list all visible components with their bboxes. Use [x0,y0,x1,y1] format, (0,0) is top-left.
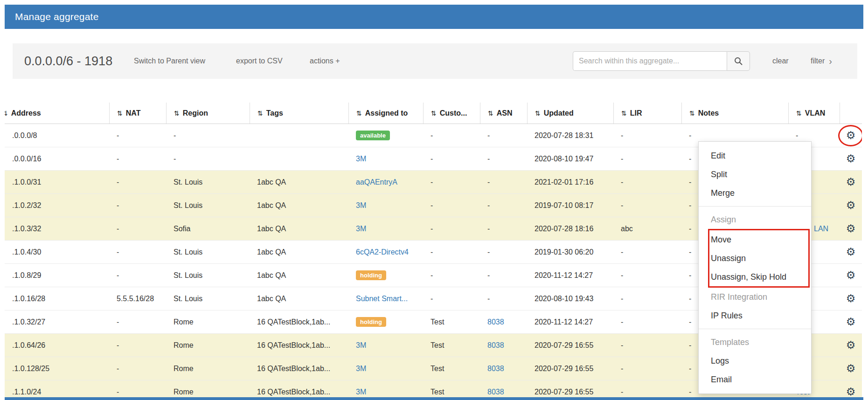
cell-updated: 2020-07-29 16:55 [527,341,613,350]
cell-region: - [166,155,250,163]
clear-button[interactable]: clear [772,57,789,65]
cell-updated: 2020-07-29 16:55 [527,388,613,396]
cell-nat: 5.5.5.16/28 [109,295,166,303]
cell-nat: - [109,388,166,396]
cell-address: .1.0.64/26 [5,341,109,350]
column-header-assigned-to[interactable]: ⇅Assigned to [348,103,423,124]
gear-icon[interactable]: ⚙ [846,293,856,304]
cell-assigned-to: 3M [348,365,423,373]
menu-item-unassign[interactable]: Unassign [709,249,808,268]
column-header-notes[interactable]: ⇅Notes [681,103,788,124]
cell-tags: 1abc QA [250,295,348,303]
cell-link[interactable]: 3M [356,388,366,396]
gear-icon[interactable]: ⚙ [846,317,856,327]
titlebar: Manage aggregate [5,5,863,29]
cell-lir: - [613,271,681,280]
cell-asn: - [480,131,527,140]
cell-vlan: - [788,131,840,140]
column-label: Region [183,109,208,117]
cell-asn: - [480,248,527,256]
menu-item-templates: Templates [699,333,811,352]
cell-link[interactable]: 3M [356,155,366,163]
menu-item-ip-rules[interactable]: IP Rules [699,306,811,325]
cell-link[interactable]: 8038 [487,365,504,372]
cell-link[interactable]: 6cQA2-Directv4 [356,248,409,256]
column-header-nat[interactable]: ⇅NAT [109,103,166,124]
cell-assigned-to: 3M [348,201,423,210]
menu-item-rir-integration: RIR Integration [699,288,811,306]
gear-icon[interactable]: ⚙ [846,223,856,234]
column-label: ASN [497,109,513,117]
cell-assigned-to: 3M [348,225,423,233]
cell-link[interactable]: 8038 [487,318,504,326]
column-label: VLAN [805,109,826,117]
cell-link[interactable]: 3M [356,341,366,349]
gear-icon[interactable]: ⚙ [846,340,856,351]
gear-icon[interactable]: ⚙ [846,386,856,397]
bottom-border [5,397,863,400]
cell-tags: 1abc QA [250,201,348,210]
gear-icon[interactable]: ⚙ [846,177,856,187]
cell-custo: - [423,295,480,303]
cell-region: Rome [166,341,250,350]
column-label: NAT [126,109,141,117]
cell-link[interactable]: LAN [814,225,828,233]
cell-assigned-to: holding [348,317,423,327]
column-label: Notes [698,109,719,117]
cell-custo: - [423,271,480,280]
menu-item-unassign-skip-hold[interactable]: Unassign, Skip Hold [709,268,808,286]
status-badge-holding: holding [356,317,386,327]
column-header-region[interactable]: ⇅Region [166,103,250,124]
column-header-custo[interactable]: ⇅Custo... [423,103,480,124]
column-header-vlan[interactable]: ⇅VLAN [788,103,840,124]
cell-region: St. Louis [166,248,250,256]
cell-updated: 2020-07-28 18:31 [527,131,613,140]
column-header-actions [840,103,862,124]
cell-link[interactable]: aaQAEntryA [356,178,397,186]
export-to-csv-link[interactable]: export to CSV [236,57,283,65]
search-input[interactable] [573,51,727,71]
sort-icon: ⇅ [356,110,362,117]
gear-icon[interactable]: ⚙ [846,270,856,281]
cell-notes: - [681,131,788,140]
gear-icon[interactable]: ⚙ [846,247,856,257]
cell-link[interactable]: 8038 [487,341,504,349]
gear-icon[interactable]: ⚙ [846,363,856,374]
sort-icon: ⇅ [431,110,437,117]
menu-item-split[interactable]: Split [699,165,811,184]
gear-icon[interactable]: ⚙ [846,130,856,141]
cell-custo: - [423,155,480,163]
row-actions-cell: ⚙ [840,293,862,304]
cell-region: St. Louis [166,178,250,186]
cell-lir: - [613,388,681,396]
page: Manage aggregate 0.0.0.0/6 - 1918 Switch… [0,0,868,400]
cell-link[interactable]: 3M [356,225,366,233]
row-actions-cell: ⚙ [840,200,862,211]
filter-button[interactable]: filter› [811,56,832,66]
gear-icon[interactable]: ⚙ [846,153,856,164]
cell-address: .1.0.8/29 [5,271,109,280]
gear-icon[interactable]: ⚙ [846,200,856,211]
search-button[interactable] [727,51,750,71]
cell-link[interactable]: 3M [356,365,366,372]
column-header-lir[interactable]: ⇅LIR [613,103,681,124]
menu-item-edit[interactable]: Edit [699,146,811,165]
column-header-updated[interactable]: ⇅Updated [527,103,613,124]
cell-link[interactable]: 8038 [487,388,504,396]
cell-lir: - [613,318,681,326]
actions-menu-button[interactable]: actions + [310,57,340,65]
menu-item-merge[interactable]: Merge [699,184,811,202]
cell-link[interactable]: Subnet Smart... [356,295,408,303]
cell-asn: - [480,201,527,210]
cell-address: .1.0.3/32 [5,225,109,233]
menu-item-email[interactable]: Email [699,370,811,389]
column-header-tags[interactable]: ⇅Tags [250,103,348,124]
row-actions-cell: ⚙ [840,223,862,234]
menu-item-logs[interactable]: Logs [699,352,811,370]
menu-item-move[interactable]: Move [709,230,808,249]
cell-link[interactable]: 3M [356,201,366,209]
column-header-asn[interactable]: ⇅ASN [480,103,527,124]
switch-to-parent-view-link[interactable]: Switch to Parent view [134,57,205,65]
column-header-address[interactable]: ⇅Address [5,103,109,124]
search-group [573,51,750,71]
